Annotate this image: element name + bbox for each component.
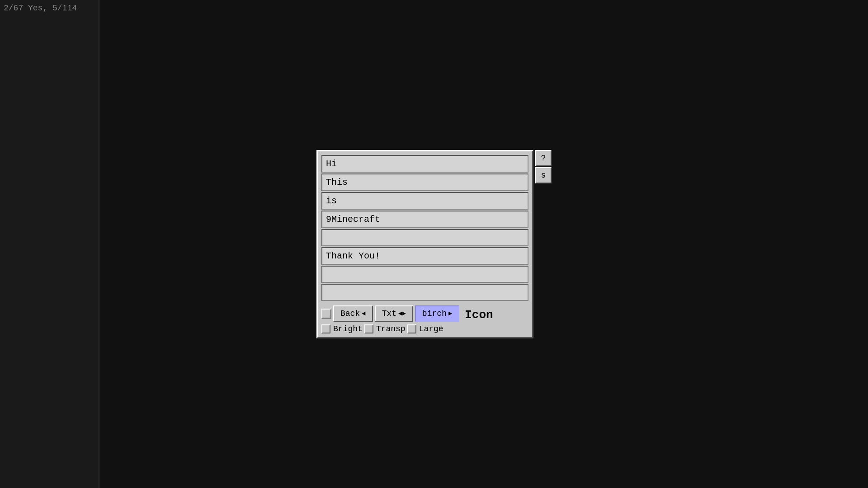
transp-toggle[interactable]: Transp: [364, 324, 406, 333]
text-line-4[interactable]: 9Minecraft: [321, 211, 528, 228]
transp-checkbox: [364, 324, 373, 333]
text-line-8[interactable]: [321, 284, 528, 301]
sign-editor-dialog: Hi This is 9Minecraft Thank You! Back ◄: [316, 150, 533, 338]
question-button[interactable]: ?: [535, 150, 552, 166]
text-line-3[interactable]: is: [321, 192, 528, 210]
text-line-1[interactable]: Hi: [321, 155, 528, 173]
birch-arrow-icon: ►: [448, 310, 452, 317]
icon-label: Icon: [465, 308, 493, 322]
back-arrow-icon: ◄: [362, 310, 365, 317]
large-checkbox: [407, 324, 416, 333]
buttons-row-1: Back ◄ Txt ◄► birch ► Icon: [321, 305, 528, 322]
bright-toggle[interactable]: Bright: [321, 324, 363, 333]
debug-coords: 2/67 Yes, 5/114: [4, 4, 77, 13]
text-line-2[interactable]: This: [321, 174, 528, 191]
bright-checkbox: [321, 324, 330, 333]
txt-arrow-icon: ◄►: [398, 310, 406, 317]
back-button[interactable]: Back ◄: [333, 305, 373, 322]
back-checkbox[interactable]: [321, 309, 331, 319]
sidebar-panel: [0, 0, 99, 488]
birch-button[interactable]: birch ►: [415, 305, 459, 322]
side-panel-buttons: ? s: [535, 150, 552, 183]
text-line-5[interactable]: [321, 229, 528, 246]
s-button[interactable]: s: [535, 167, 552, 183]
buttons-row-2: Bright Transp Large: [321, 324, 528, 333]
text-line-6[interactable]: Thank You!: [321, 247, 528, 265]
large-toggle[interactable]: Large: [407, 324, 443, 333]
dialog-wrapper: Hi This is 9Minecraft Thank You! Back ◄: [316, 150, 552, 338]
text-line-7[interactable]: [321, 266, 528, 283]
txt-button[interactable]: Txt ◄►: [375, 305, 413, 322]
